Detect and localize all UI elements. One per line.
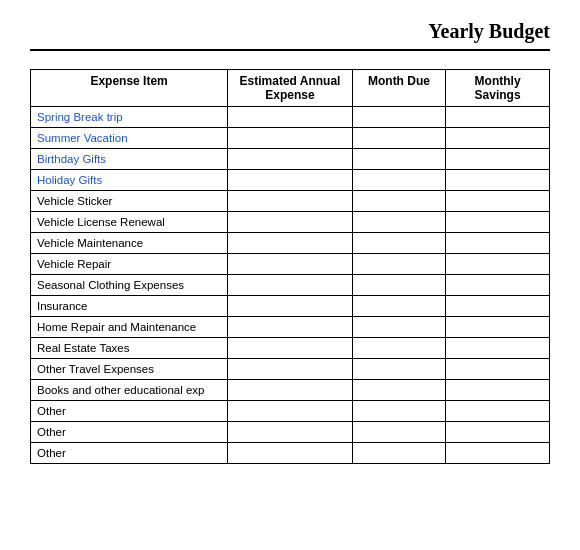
cell-annual-expense xyxy=(228,380,353,401)
cell-annual-expense xyxy=(228,254,353,275)
table-row: Summer Vacation xyxy=(31,128,550,149)
cell-monthly-savings xyxy=(446,149,550,170)
cell-annual-expense xyxy=(228,275,353,296)
cell-monthly-savings xyxy=(446,191,550,212)
cell-month-due xyxy=(352,212,445,233)
table-header-row: Expense Item Estimated Annual Expense Mo… xyxy=(31,70,550,107)
cell-expense-item: Vehicle Repair xyxy=(31,254,228,275)
cell-month-due xyxy=(352,296,445,317)
cell-expense-item: Books and other educational exp xyxy=(31,380,228,401)
table-row: Vehicle License Renewal xyxy=(31,212,550,233)
cell-monthly-savings xyxy=(446,338,550,359)
budget-table: Expense Item Estimated Annual Expense Mo… xyxy=(30,69,550,464)
cell-monthly-savings xyxy=(446,254,550,275)
cell-month-due xyxy=(352,359,445,380)
cell-month-due xyxy=(352,422,445,443)
cell-monthly-savings xyxy=(446,422,550,443)
table-row: Books and other educational exp xyxy=(31,380,550,401)
cell-annual-expense xyxy=(228,296,353,317)
table-row: Insurance xyxy=(31,296,550,317)
cell-expense-item: Holiday Gifts xyxy=(31,170,228,191)
cell-annual-expense xyxy=(228,128,353,149)
cell-annual-expense xyxy=(228,401,353,422)
cell-expense-item: Other Travel Expenses xyxy=(31,359,228,380)
page-title: Yearly Budget xyxy=(30,20,550,43)
cell-annual-expense xyxy=(228,212,353,233)
cell-expense-item: Real Estate Taxes xyxy=(31,338,228,359)
cell-expense-item: Vehicle Sticker xyxy=(31,191,228,212)
cell-annual-expense xyxy=(228,170,353,191)
cell-monthly-savings xyxy=(446,107,550,128)
table-row: Real Estate Taxes xyxy=(31,338,550,359)
cell-month-due xyxy=(352,128,445,149)
cell-annual-expense xyxy=(228,107,353,128)
cell-expense-item: Spring Break trip xyxy=(31,107,228,128)
table-row: Birthday Gifts xyxy=(31,149,550,170)
cell-expense-item: Vehicle Maintenance xyxy=(31,233,228,254)
cell-monthly-savings xyxy=(446,296,550,317)
cell-month-due xyxy=(352,380,445,401)
header-annual-expense: Estimated Annual Expense xyxy=(228,70,353,107)
cell-expense-item: Other xyxy=(31,401,228,422)
cell-monthly-savings xyxy=(446,380,550,401)
title-section: Yearly Budget xyxy=(30,20,550,51)
cell-monthly-savings xyxy=(446,212,550,233)
table-row: Holiday Gifts xyxy=(31,170,550,191)
header-month-due: Month Due xyxy=(352,70,445,107)
table-row: Vehicle Maintenance xyxy=(31,233,550,254)
cell-monthly-savings xyxy=(446,317,550,338)
cell-monthly-savings xyxy=(446,401,550,422)
cell-month-due xyxy=(352,191,445,212)
cell-expense-item: Home Repair and Maintenance xyxy=(31,317,228,338)
cell-month-due xyxy=(352,149,445,170)
cell-expense-item: Birthday Gifts xyxy=(31,149,228,170)
cell-month-due xyxy=(352,233,445,254)
cell-annual-expense xyxy=(228,443,353,464)
cell-annual-expense xyxy=(228,233,353,254)
cell-annual-expense xyxy=(228,422,353,443)
cell-expense-item: Summer Vacation xyxy=(31,128,228,149)
cell-monthly-savings xyxy=(446,359,550,380)
cell-monthly-savings xyxy=(446,275,550,296)
cell-annual-expense xyxy=(228,191,353,212)
cell-expense-item: Vehicle License Renewal xyxy=(31,212,228,233)
cell-monthly-savings xyxy=(446,128,550,149)
cell-month-due xyxy=(352,254,445,275)
table-row: Home Repair and Maintenance xyxy=(31,317,550,338)
table-row: Other xyxy=(31,443,550,464)
table-row: Seasonal Clothing Expenses xyxy=(31,275,550,296)
cell-monthly-savings xyxy=(446,233,550,254)
table-row: Vehicle Repair xyxy=(31,254,550,275)
cell-monthly-savings xyxy=(446,170,550,191)
cell-month-due xyxy=(352,107,445,128)
cell-expense-item: Other xyxy=(31,443,228,464)
table-row: Other Travel Expenses xyxy=(31,359,550,380)
header-monthly-savings: Monthly Savings xyxy=(446,70,550,107)
table-row: Other xyxy=(31,401,550,422)
cell-month-due xyxy=(352,401,445,422)
cell-expense-item: Seasonal Clothing Expenses xyxy=(31,275,228,296)
cell-annual-expense xyxy=(228,317,353,338)
cell-month-due xyxy=(352,170,445,191)
cell-expense-item: Insurance xyxy=(31,296,228,317)
cell-annual-expense xyxy=(228,359,353,380)
table-row: Spring Break trip xyxy=(31,107,550,128)
cell-month-due xyxy=(352,443,445,464)
cell-expense-item: Other xyxy=(31,422,228,443)
cell-annual-expense xyxy=(228,338,353,359)
table-row: Other xyxy=(31,422,550,443)
header-expense-item: Expense Item xyxy=(31,70,228,107)
cell-month-due xyxy=(352,275,445,296)
cell-annual-expense xyxy=(228,149,353,170)
table-row: Vehicle Sticker xyxy=(31,191,550,212)
cell-month-due xyxy=(352,317,445,338)
cell-monthly-savings xyxy=(446,443,550,464)
cell-month-due xyxy=(352,338,445,359)
